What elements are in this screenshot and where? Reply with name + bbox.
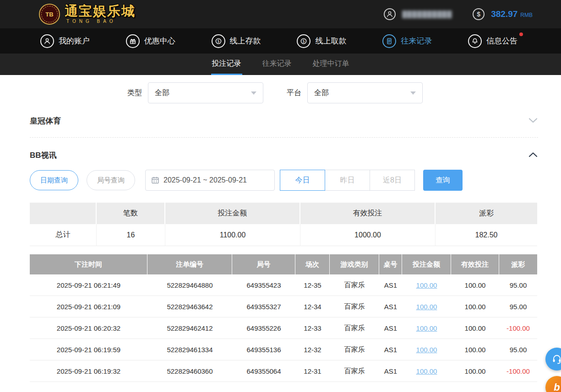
type-select[interactable]: 全部 xyxy=(148,82,263,103)
table-cell: 95.00 xyxy=(499,339,537,360)
logo-title: 通宝娱乐城 xyxy=(65,5,136,18)
nav-item-withdraw[interactable]: $ 线上取款 xyxy=(297,34,346,48)
yesterday-button[interactable]: 昨日 xyxy=(325,170,370,191)
bet-amount-link[interactable]: 100.00 xyxy=(402,317,451,339)
bet-table-header: 下注时间注单编号局号场次游戏类别桌号投注金额有效投注派彩 xyxy=(30,254,537,274)
type-filter-label: 类型 xyxy=(127,88,142,98)
svg-text:$: $ xyxy=(303,39,305,43)
table-cell: 649355423 xyxy=(232,274,295,296)
bet-amount-link[interactable]: 100.00 xyxy=(402,360,451,382)
chevron-down-icon[interactable] xyxy=(528,117,538,125)
type-select-value: 全部 xyxy=(155,88,169,98)
last8days-button[interactable]: 近8日 xyxy=(370,170,415,191)
headset-icon xyxy=(551,354,561,365)
table-cell: 649355327 xyxy=(232,296,295,317)
table-cell: 522829460360 xyxy=(147,360,232,382)
date-range-picker[interactable]: 2025-09-21 ~ 2025-09-21 xyxy=(145,170,275,191)
nav-item-promotions[interactable]: 优惠中心 xyxy=(126,34,175,48)
user-icon xyxy=(40,34,54,48)
coin-icon: $ xyxy=(473,8,485,20)
summary-row-label: 总计 xyxy=(30,224,97,246)
column-header: 局号 xyxy=(232,254,295,274)
user-avatar-icon[interactable] xyxy=(384,8,396,20)
query-toolbar: 日期查询 局号查询 2025-09-21 ~ 2025-09-21 今日 昨日 … xyxy=(30,170,561,191)
search-button[interactable]: 查询 xyxy=(423,170,463,191)
section-title: BB视讯 xyxy=(30,150,57,161)
round-query-button[interactable]: 局号查询 xyxy=(87,170,135,190)
summary-header: 笔数 xyxy=(97,203,165,224)
table-row: 2025-09-21 06:19:59522829461334649355136… xyxy=(30,339,537,360)
logo-subtitle: TONG BAO xyxy=(65,19,136,24)
nav-item-label: 线上存款 xyxy=(230,36,261,46)
table-row: 2025-09-21 06:20:32522829462412649355226… xyxy=(30,317,537,339)
brand-logo[interactable]: TB 通宝娱乐城 TONG BAO xyxy=(39,4,136,25)
nav-item-my-account[interactable]: 我的账户 xyxy=(40,34,90,48)
nav-item-label: 我的账户 xyxy=(59,36,90,46)
table-cell: 12-31 xyxy=(295,360,330,382)
deposit-coin-icon: $ xyxy=(212,34,225,48)
table-cell: 百家乐 xyxy=(330,360,379,382)
table-cell: 522829463642 xyxy=(147,296,232,317)
summary-header: 投注金额 xyxy=(165,203,300,224)
column-header: 游戏类别 xyxy=(330,254,379,274)
section-bb-video[interactable]: BB视讯 xyxy=(30,138,538,165)
chevron-down-icon xyxy=(251,91,256,95)
table-cell: 百家乐 xyxy=(330,317,379,339)
table-cell: 100.00 xyxy=(451,317,499,339)
main-nav: 我的账户 优惠中心 $ 线上存款 $ 线上取款 往来记录 xyxy=(0,28,561,54)
chevron-up-icon[interactable] xyxy=(528,151,538,160)
table-cell: 522829462412 xyxy=(147,317,232,339)
topbar-right: ██████████ $ 382.97 RMB xyxy=(384,8,533,20)
column-header: 桌号 xyxy=(379,254,402,274)
bet-table-body: 2025-09-21 06:21:49522829464880649355423… xyxy=(30,274,537,382)
customer-service-float-button[interactable] xyxy=(545,348,561,371)
nav-item-announcements[interactable]: 信息公告 xyxy=(468,34,517,48)
table-cell: 2025-09-21 06:19:32 xyxy=(30,360,147,382)
nav-item-deposit[interactable]: $ 线上存款 xyxy=(212,34,261,48)
summary-bet-amount: 1100.00 xyxy=(165,224,300,246)
column-header: 投注金额 xyxy=(402,254,451,274)
section-crown-sports[interactable]: 皇冠体育 xyxy=(30,103,538,138)
date-query-button[interactable]: 日期查询 xyxy=(30,170,78,190)
gift-icon xyxy=(126,34,140,48)
svg-text:$: $ xyxy=(217,39,219,43)
summary-header-row: 笔数 投注金额 有效投注 派彩 xyxy=(30,203,537,224)
tab-transaction-records[interactable]: 往来记录 xyxy=(261,54,293,75)
table-cell: 522829461334 xyxy=(147,339,232,360)
tab-pending-orders[interactable]: 处理中订单 xyxy=(312,54,350,75)
balance-amount: 382.97 xyxy=(491,9,517,19)
nav-item-label: 往来记录 xyxy=(401,36,432,46)
table-cell: 649355226 xyxy=(232,317,295,339)
tab-bet-records[interactable]: 投注记录 xyxy=(211,54,242,75)
table-cell: 100.00 xyxy=(451,274,499,296)
promo-letter: b xyxy=(554,381,560,392)
filter-row: 类型 全部 平台 全部 xyxy=(127,82,561,103)
table-cell: 649355136 xyxy=(232,339,295,360)
calendar-icon xyxy=(151,176,159,184)
nav-item-transaction-records[interactable]: 往来记录 xyxy=(382,34,432,48)
summary-table: 笔数 投注金额 有效投注 派彩 总计 16 1100.00 1000.00 18… xyxy=(30,203,537,246)
platform-select[interactable]: 全部 xyxy=(307,82,423,103)
quick-range-group: 今日 昨日 近8日 xyxy=(280,170,415,191)
table-cell: AS1 xyxy=(379,296,402,317)
bell-icon xyxy=(468,34,482,48)
table-cell: AS1 xyxy=(379,360,402,382)
table-cell: AS1 xyxy=(379,339,402,360)
today-button[interactable]: 今日 xyxy=(280,170,325,191)
table-cell: 100.00 xyxy=(451,339,499,360)
promo-float-button[interactable]: b xyxy=(545,376,561,392)
nav-item-label: 线上取款 xyxy=(315,36,346,46)
logo-coin-text: TB xyxy=(45,11,53,18)
withdraw-coin-icon: $ xyxy=(297,34,310,48)
summary-count: 16 xyxy=(97,224,165,246)
summary-payout: 182.50 xyxy=(436,224,537,246)
platform-filter-label: 平台 xyxy=(287,88,301,98)
column-header: 有效投注 xyxy=(451,254,499,274)
bet-amount-link[interactable]: 100.00 xyxy=(402,339,451,360)
column-header: 下注时间 xyxy=(30,254,147,274)
bet-amount-link[interactable]: 100.00 xyxy=(402,274,451,296)
table-cell: 12-34 xyxy=(295,296,330,317)
summary-header-empty xyxy=(30,203,97,224)
table-cell: 百家乐 xyxy=(330,296,379,317)
bet-amount-link[interactable]: 100.00 xyxy=(402,296,451,317)
